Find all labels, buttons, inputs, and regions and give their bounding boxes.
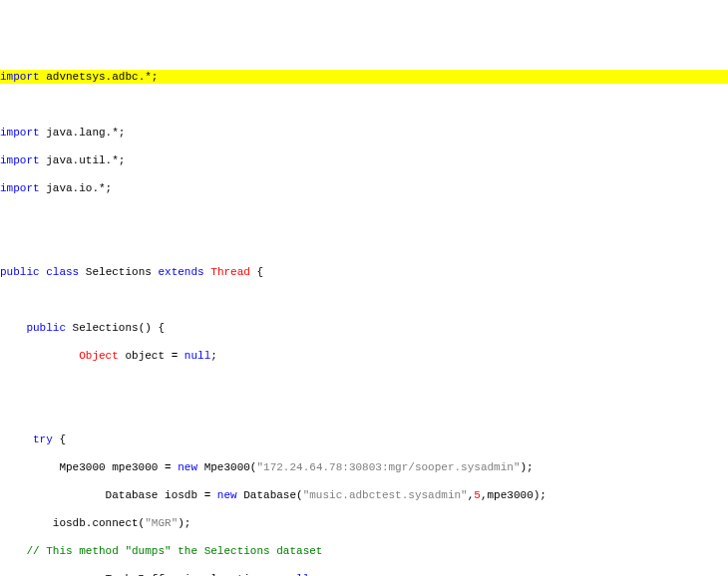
code-block: import advnetsys.adbc.*; import java.lan… [0, 56, 728, 576]
code-text: Database iosdb = [0, 489, 217, 501]
code-line: import java.io.*; [0, 181, 728, 195]
keyword: null [184, 350, 210, 362]
code-text: Selections [86, 266, 159, 278]
code-text: ; [210, 350, 217, 362]
class-name: Thread [210, 266, 250, 278]
code-line [0, 237, 728, 251]
code-line: try { [0, 432, 728, 446]
code-text: { [250, 266, 263, 278]
code-text: java.util.*; [40, 154, 126, 166]
code-line: public class Selections extends Thread { [0, 265, 728, 279]
code-line: public Selections() { [0, 321, 728, 335]
code-text: Mpe3000 mpe3000 = [0, 461, 178, 473]
keyword: new [217, 489, 237, 501]
code-line: Mpe3000 mpe3000 = new Mpe3000("172.24.64… [0, 460, 728, 474]
code-line: Object object = null; [0, 349, 728, 363]
keyword: public [0, 266, 40, 278]
code-text: Mpe3000( [197, 461, 256, 473]
code-line: iosdb.connect("MGR"); [0, 516, 728, 530]
comment: // This method "dumps" the Selections da… [0, 545, 322, 557]
code-line [0, 405, 728, 419]
code-text: ,mpe3000); [481, 489, 546, 501]
keyword: public [26, 322, 66, 334]
string-literal: "172.24.64.78:30803:mgr/sooper.sysadmin" [256, 461, 520, 473]
code-text: Selections() { [66, 322, 165, 334]
keyword: import [0, 154, 40, 166]
string-literal: "music.adbctest.sysadmin" [303, 489, 468, 501]
code-line: import java.util.*; [0, 153, 728, 167]
code-text: java.io.*; [40, 182, 113, 194]
code-line: TurboBuffer inv_location = null; [0, 572, 728, 576]
code-line: Database iosdb = new Database("music.adb… [0, 488, 728, 502]
code-line [0, 377, 728, 391]
code-text: ); [521, 461, 534, 473]
code-text: iosdb.connect( [0, 517, 145, 529]
code-line: // This method "dumps" the Selections da… [0, 544, 728, 558]
code-text: object = [119, 350, 184, 362]
code-line-highlight: import advnetsys.adbc.*; [0, 70, 728, 84]
keyword: try [33, 433, 53, 445]
class-name: Object [79, 350, 119, 362]
code-text: { [53, 433, 66, 445]
keyword: import [0, 71, 40, 83]
code-text: ); [178, 517, 190, 529]
code-line [0, 293, 728, 307]
keyword: new [178, 461, 197, 473]
keyword: class [46, 266, 79, 278]
keyword: import [0, 182, 40, 194]
string-literal: "MGR" [145, 517, 178, 529]
code-text: java.lang.*; [40, 127, 126, 139]
code-text: advnetsys.adbc.*; [40, 71, 159, 83]
number-literal: 5 [474, 489, 481, 501]
code-line [0, 209, 728, 223]
code-line: import java.lang.*; [0, 126, 728, 140]
code-text: Database( [237, 489, 303, 501]
keyword: import [0, 127, 40, 139]
keyword: extends [158, 266, 203, 278]
code-line [0, 98, 728, 112]
